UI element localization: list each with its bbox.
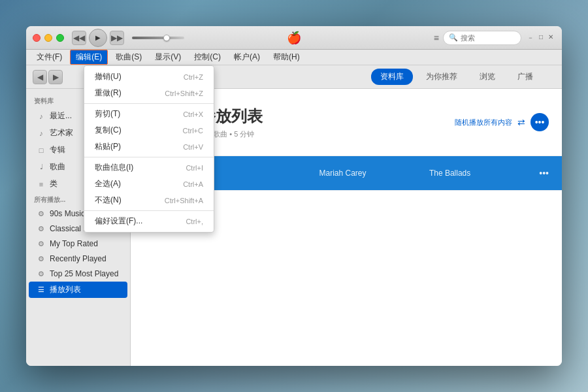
playlist-icon: ☰: [37, 286, 46, 295]
songs-icon: ♩: [37, 163, 46, 172]
copy-shortcut: Ctrl+C: [183, 127, 203, 135]
sidebar-albums-label: 专辑: [50, 144, 65, 155]
list-view-icon[interactable]: ≡: [434, 33, 439, 43]
undo-label: 撤销(U): [95, 71, 122, 82]
play-button[interactable]: ▶: [89, 29, 107, 47]
tab-radio[interactable]: 广播: [508, 69, 542, 85]
menu-file[interactable]: 文件(F): [31, 50, 67, 64]
sidebar-item-top-rated[interactable]: ⚙ My Top Rated: [29, 237, 127, 251]
menu-song-info[interactable]: 歌曲信息(I) Ctrl+I: [84, 159, 214, 176]
song-more-button[interactable]: •••: [539, 168, 549, 178]
menu-paste[interactable]: 粘贴(P) Ctrl+V: [84, 139, 214, 155]
nav-arrows: ◀ ▶: [33, 70, 63, 84]
volume-knob: [163, 35, 170, 41]
redo-shortcut: Ctrl+Shift+Z: [165, 90, 203, 97]
deselect-shortcut: Ctrl+Shift+A: [165, 197, 203, 204]
copy-label: 复制(C): [95, 125, 122, 136]
nav-tabs: 资料库 为你推荐 浏览 广播: [371, 69, 542, 85]
sidebar-music-label: 最近...: [50, 110, 72, 122]
sidebar-top-rated-label: My Top Rated: [50, 239, 98, 248]
volume-slider[interactable]: [132, 37, 184, 39]
maximize-button[interactable]: [56, 34, 64, 42]
title-bar-right: ≡ 🔍 － □ ✕: [434, 31, 555, 45]
tab-library[interactable]: 资料库: [371, 69, 413, 85]
title-bar: ◀◀ ▶ ▶▶ 🍎 ≡ 🔍 － □ ✕: [26, 26, 562, 50]
skip-back-button[interactable]: ◀◀: [72, 31, 86, 45]
itunes-window: ◀◀ ▶ ▶▶ 🍎 ≡ 🔍 － □ ✕: [26, 26, 562, 366]
menu-copy[interactable]: 复制(C) Ctrl+C: [84, 122, 214, 139]
most-played-icon: ⚙: [37, 269, 46, 278]
nav-controls: ◀◀ ▶ ▶▶: [72, 29, 184, 47]
skip-forward-button[interactable]: ▶▶: [110, 31, 124, 45]
preferences-label: 偏好设置(F)...: [95, 216, 142, 227]
menu-bar: 文件(F) 编辑(E) 歌曲(S) 显示(V) 控制(C) 帐户(A) 帮助(H…: [26, 50, 562, 65]
forward-arrow-button[interactable]: ▶: [48, 70, 63, 84]
playlist-info: 播放列表 1 首歌曲 • 5 分钟: [200, 106, 444, 139]
sidebar-playlist-label: 播放列表: [50, 284, 81, 295]
music-icon: ♪: [37, 112, 46, 121]
song-artist: Mariah Carey: [319, 169, 421, 178]
apple-logo: 🍎: [287, 31, 301, 45]
menu-controls[interactable]: 控制(C): [189, 50, 226, 64]
paste-label: 粘贴(P): [95, 141, 121, 152]
menu-cut[interactable]: 剪切(T) Ctrl+X: [84, 106, 214, 122]
deselect-label: 不选(N): [95, 195, 122, 206]
menu-song[interactable]: 歌曲(S): [110, 50, 147, 64]
menu-help[interactable]: 帮助(H): [268, 50, 305, 64]
back-arrow-button[interactable]: ◀: [33, 70, 47, 84]
90s-icon: ⚙: [37, 209, 46, 218]
menu-view[interactable]: 显示(V): [150, 50, 186, 64]
recently-played-icon: ⚙: [37, 254, 46, 263]
albums-icon: □: [37, 146, 46, 155]
sidebar-recently-played-label: Recently Played: [50, 254, 106, 263]
sidebar-item-most-played[interactable]: ⚙ Top 25 Most Played: [29, 267, 127, 281]
separator-1: [84, 103, 214, 104]
search-box: 🔍: [443, 31, 521, 45]
playlist-title: 播放列表: [200, 106, 444, 127]
shuffle-icon: ⇄: [517, 117, 525, 127]
menu-preferences[interactable]: 偏好设置(F)... Ctrl+,: [84, 213, 214, 229]
undo-shortcut: Ctrl+Z: [184, 73, 203, 81]
sidebar-item-playlist[interactable]: ☰ 播放列表: [29, 282, 127, 298]
paste-shortcut: Ctrl+V: [183, 143, 203, 151]
minimize-button[interactable]: [44, 34, 52, 42]
menu-undo[interactable]: 撤销(U) Ctrl+Z: [84, 69, 214, 85]
playlist-actions: 随机播放所有内容 ⇄ •••: [455, 113, 549, 131]
select-all-shortcut: Ctrl+A: [183, 180, 203, 188]
song-info-label: 歌曲信息(I): [95, 162, 133, 173]
song-info-shortcut: Ctrl+I: [186, 164, 203, 172]
genres-icon: ≡: [37, 180, 46, 189]
search-icon: 🔍: [449, 33, 458, 42]
menu-redo[interactable]: 重做(R) Ctrl+Shift+Z: [84, 85, 214, 101]
separator-2: [84, 157, 214, 157]
sidebar-90s-label: 90s Music: [50, 209, 85, 218]
sidebar-genres-label: 类: [50, 178, 57, 189]
tab-recommended[interactable]: 为你推荐: [417, 69, 466, 85]
separator-3: [84, 210, 214, 211]
search-input[interactable]: [461, 34, 519, 42]
edit-dropdown-menu: 撤销(U) Ctrl+Z 重做(R) Ctrl+Shift+Z 剪切(T) Ct…: [84, 65, 214, 233]
cut-label: 剪切(T): [95, 108, 120, 120]
menu-deselect[interactable]: 不选(N) Ctrl+Shift+A: [84, 192, 214, 208]
preferences-shortcut: Ctrl+,: [186, 218, 203, 225]
menu-account[interactable]: 帐户(A): [229, 50, 265, 64]
redo-label: 重做(R): [95, 88, 122, 99]
more-button[interactable]: •••: [531, 113, 549, 131]
sidebar-item-recently-played[interactable]: ⚙ Recently Played: [29, 252, 127, 266]
desktop: ◀◀ ▶ ▶▶ 🍎 ≡ 🔍 － □ ✕: [0, 0, 588, 392]
classical-icon: ⚙: [37, 224, 46, 233]
close-button[interactable]: [33, 34, 41, 42]
sidebar-artists-label: 艺术家: [50, 127, 73, 139]
sidebar-most-played-label: Top 25 Most Played: [50, 269, 118, 278]
playlist-meta: 1 首歌曲 • 5 分钟: [200, 129, 444, 139]
menu-select-all[interactable]: 全选(A) Ctrl+A: [84, 176, 214, 192]
sidebar-songs-label: 歌曲: [50, 161, 65, 172]
tab-browse[interactable]: 浏览: [470, 69, 504, 85]
menu-edit[interactable]: 编辑(E): [70, 50, 108, 65]
select-all-label: 全选(A): [95, 178, 121, 189]
song-album: The Ballads: [429, 169, 531, 178]
window-close-button[interactable]: ✕: [546, 32, 555, 44]
window-restore-button[interactable]: □: [537, 32, 545, 44]
window-minimize-button[interactable]: －: [525, 32, 536, 44]
shuffle-button[interactable]: 随机播放所有内容: [455, 118, 512, 127]
